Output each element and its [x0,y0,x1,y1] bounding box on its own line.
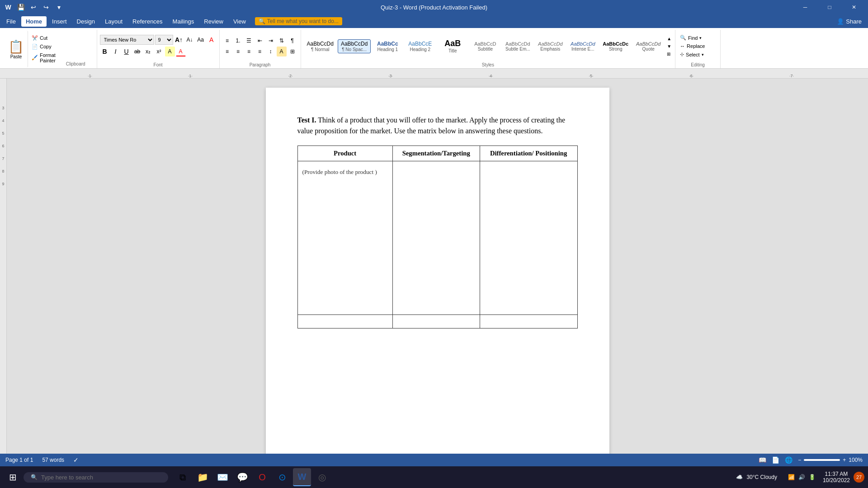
align-left-button[interactable]: ≡ [222,47,232,56]
italic-button[interactable]: I [111,47,121,56]
menu-insert[interactable]: Insert [47,16,71,27]
edge-icon[interactable]: ⊙ [273,468,291,486]
border-button[interactable]: ⊞ [288,47,297,56]
style-no-spacing[interactable]: AaBbCcDd ¶ No Spac... [338,39,371,53]
save-button[interactable]: 💾 [15,2,26,13]
volume-icon[interactable]: 🔊 [798,474,805,480]
justify-button[interactable]: ≡ [255,47,265,56]
font-grow-button[interactable]: A↑ [174,35,184,45]
font-clear-button[interactable]: A [207,35,217,45]
styles-expand[interactable]: ⊞ [666,51,672,57]
shading-button[interactable]: A [277,47,287,56]
document-area[interactable]: Test I. Think of a product that you will… [7,79,868,454]
document-paragraph[interactable]: Test I. Think of a product that you will… [297,115,578,136]
zoom-slider[interactable] [804,459,840,461]
close-button[interactable]: ✕ [844,0,864,14]
line-spacing-button[interactable]: ↕ [266,47,276,56]
start-button[interactable]: ⊞ [4,468,22,486]
maximize-button[interactable]: □ [819,0,840,14]
style-heading2[interactable]: AaBbCcE Heading 2 [404,39,436,53]
menu-references[interactable]: References [128,16,167,27]
copy-button[interactable]: 📄 Copy [30,43,57,51]
style-subtle-em[interactable]: AaBbCcDd Subtle Em... [502,40,533,53]
quick-access-more[interactable]: ▾ [53,2,64,13]
align-right-button[interactable]: ≡ [244,47,254,56]
font-size-select[interactable]: 9 [155,35,173,45]
print-layout-icon[interactable]: 📄 [772,456,779,464]
subscript-button[interactable]: x₂ [143,47,153,56]
decrease-indent-button[interactable]: ⇤ [255,36,265,46]
network-icon[interactable]: 📶 [788,474,795,480]
menu-home[interactable]: Home [21,16,47,27]
style-heading1[interactable]: AaBbCc Heading 1 [372,39,403,53]
style-subtitle[interactable]: AaBbCcD Subtitle [469,40,501,53]
taskbar-search-box[interactable]: 🔍 [24,472,168,483]
opera-icon[interactable]: O [253,468,271,486]
style-title[interactable]: AaB Title [437,38,468,55]
read-mode-icon[interactable]: 📖 [759,456,766,464]
font-color-button[interactable]: A [176,47,186,56]
menu-view[interactable]: View [229,16,250,27]
replace-button[interactable]: ↔ Replace [678,42,717,50]
bottom-segmentation-cell[interactable] [392,315,480,328]
numbered-list-button[interactable]: 1. [233,36,243,46]
segmentation-cell[interactable] [392,161,480,315]
superscript-button[interactable]: x² [154,47,164,56]
multilevel-list-button[interactable]: ☰ [244,36,254,46]
increase-indent-button[interactable]: ⇥ [266,36,276,46]
notification-button[interactable]: 27 [854,472,864,483]
bottom-differentiation-cell[interactable] [480,315,577,328]
paste-button[interactable]: 📋 Paste [5,31,28,67]
cortana-icon[interactable]: ◎ [313,468,331,486]
font-case-button[interactable]: Aa [196,35,206,45]
battery-icon[interactable]: 🔋 [809,474,816,480]
redo-button[interactable]: ↪ [41,2,52,13]
style-quote[interactable]: AaBbCcDd Quote [632,40,664,53]
tell-me-box[interactable]: 🔍 Tell me what you want to do... [255,17,342,25]
styles-scroll-up[interactable]: ▲ [666,35,672,42]
word-taskbar-icon[interactable]: W [293,468,311,486]
show-marks-button[interactable]: ¶ [288,36,297,46]
bullet-list-button[interactable]: ≡ [222,36,232,46]
align-center-button[interactable]: ≡ [233,47,243,56]
bottom-product-cell[interactable] [297,315,392,328]
product-cell[interactable]: (Provide photo of the product ) [297,161,392,315]
bold-button[interactable]: B [100,47,110,56]
select-button[interactable]: ⊹ Select ▾ [678,51,717,58]
strikethrough-button[interactable]: ab [132,47,142,56]
menu-layout[interactable]: Layout [100,16,127,27]
file-explorer-icon[interactable]: 📁 [193,468,212,486]
email-icon[interactable]: ✉️ [213,468,231,486]
title-bar-left: W 💾 ↩ ↪ ▾ [4,2,64,13]
zoom-out-button[interactable]: − [798,457,801,463]
font-highlight-button[interactable]: A [165,47,175,56]
zoom-in-button[interactable]: + [843,457,846,463]
style-normal[interactable]: AaBbCcDd ¶ Normal [304,39,337,53]
messages-icon[interactable]: 💬 [233,468,251,486]
document-table: Product Segmentation/Targeting Different… [297,145,578,328]
font-shrink-button[interactable]: A↓ [185,35,195,45]
undo-button[interactable]: ↩ [28,2,39,13]
style-strong[interactable]: AaBbCcDc Strong [599,40,632,53]
sort-button[interactable]: ⇅ [277,36,287,46]
taskview-button[interactable]: ⧉ [174,468,192,486]
find-button[interactable]: 🔍 Find ▾ [678,34,717,42]
clock[interactable]: 11:37 AM 10/20/2022 [823,471,850,483]
styles-scroll-down[interactable]: ▼ [666,43,672,50]
share-button[interactable]: 👤 Share [832,16,866,27]
search-input[interactable] [41,474,161,481]
menu-file[interactable]: File [2,16,20,27]
style-intense[interactable]: AaBbCcDd Intense E... [567,40,599,53]
minimize-button[interactable]: ─ [795,0,816,14]
differentiation-cell[interactable] [480,161,577,315]
font-name-select[interactable]: Times New Ro [100,35,154,45]
proofing-icon[interactable]: ✓ [73,456,79,464]
menu-design[interactable]: Design [72,16,99,27]
cut-button[interactable]: ✂️ Cut [30,34,57,42]
menu-mailings[interactable]: Mailings [168,16,199,27]
menu-review[interactable]: Review [199,16,228,27]
format-painter-button[interactable]: 🖌️ Format Painter [30,52,57,64]
web-view-icon[interactable]: 🌐 [785,456,793,464]
underline-button[interactable]: U [122,47,132,56]
style-emphasis[interactable]: AaBbCcDd Emphasis [534,40,566,53]
